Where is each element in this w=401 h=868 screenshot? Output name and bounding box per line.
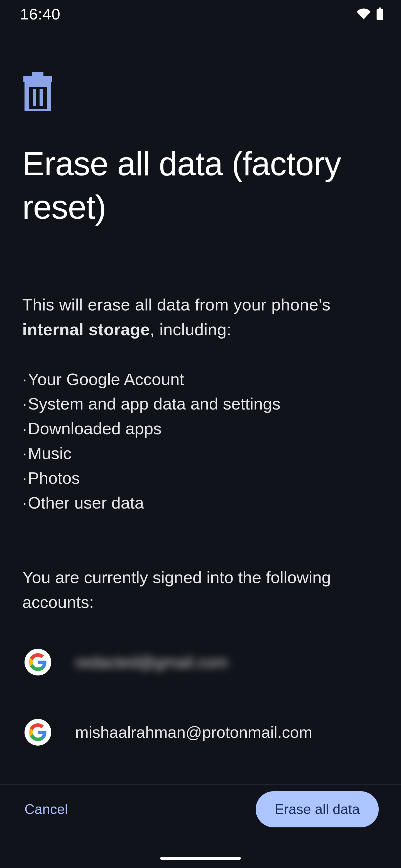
cancel-button[interactable]: Cancel xyxy=(22,795,70,824)
trash-icon xyxy=(22,72,379,111)
main-content: Erase all data (factory reset) This will… xyxy=(22,72,379,746)
list-item: ·Music xyxy=(22,441,379,466)
description-suffix: , including: xyxy=(150,320,231,339)
svg-rect-3 xyxy=(32,72,44,77)
list-item: ·Downloaded apps xyxy=(22,416,379,441)
status-time: 16:40 xyxy=(20,5,60,23)
description-bold: internal storage xyxy=(22,320,150,339)
google-icon xyxy=(25,719,51,746)
account-row: redacted@gmail.com xyxy=(22,648,379,676)
page-title: Erase all data (factory reset) xyxy=(22,142,379,229)
bullet-list: ·Your Google Account ·System and app dat… xyxy=(22,367,379,516)
list-item-label: Downloaded apps xyxy=(28,416,162,441)
svg-rect-4 xyxy=(33,89,36,106)
list-item-label: Photos xyxy=(28,466,80,491)
accounts-list: redacted@gmail.com mishaalrahman@protonm… xyxy=(22,648,379,746)
list-item-label: System and app data and settings xyxy=(28,392,280,416)
svg-rect-1 xyxy=(377,9,383,20)
list-item-label: Other user data xyxy=(28,491,144,516)
accounts-headline: You are currently signed into the follow… xyxy=(22,565,379,615)
list-item: ·Your Google Account xyxy=(22,367,379,392)
battery-icon xyxy=(376,7,384,20)
footer-bar: Cancel Erase all data xyxy=(0,784,401,834)
wifi-icon xyxy=(356,8,371,20)
list-item: ·System and app data and settings xyxy=(22,392,379,416)
nav-pill[interactable] xyxy=(160,857,241,860)
erase-all-data-button[interactable]: Erase all data xyxy=(256,791,379,827)
google-icon xyxy=(25,649,51,676)
svg-rect-5 xyxy=(39,89,43,106)
account-row: mishaalrahman@protonmail.com xyxy=(22,718,379,746)
list-item: ·Other user data xyxy=(22,491,379,516)
account-email: redacted@gmail.com xyxy=(75,653,228,671)
description-prefix: This will erase all data from your phone… xyxy=(22,296,331,314)
description-text: This will erase all data from your phone… xyxy=(22,293,379,342)
status-bar: 16:40 xyxy=(0,0,401,28)
list-item: ·Photos xyxy=(22,466,379,491)
status-icons xyxy=(356,7,384,20)
list-item-label: Your Google Account xyxy=(28,367,184,392)
account-email: mishaalrahman@protonmail.com xyxy=(75,723,312,741)
svg-rect-0 xyxy=(378,7,381,9)
list-item-label: Music xyxy=(28,441,71,466)
